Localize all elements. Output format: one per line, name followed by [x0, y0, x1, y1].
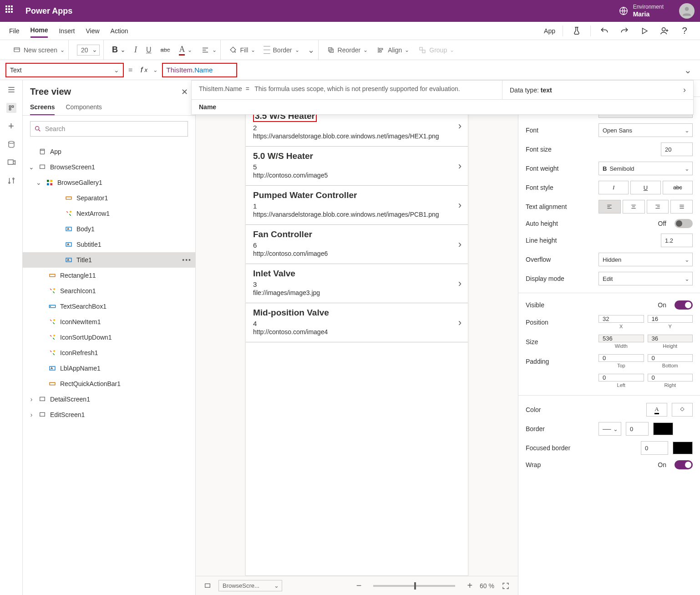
prop-font-select[interactable]: Open Sans [599, 123, 693, 137]
more-format-button[interactable]: ⌄ [308, 45, 314, 55]
gallery-item[interactable]: Inlet Valve 3 file://images/image3.jpg › [246, 264, 468, 303]
fontstyle-italic[interactable]: I [599, 181, 629, 194]
tree-node-iconsort[interactable]: IconSortUpDown1 [23, 330, 195, 345]
gallery-item[interactable]: 5.0 W/S Heater 5 http://contoso.com/imag… [246, 147, 468, 186]
new-screen-button[interactable]: New screen⌄ [13, 46, 65, 54]
tree-node-iconrefresh[interactable]: IconRefresh1 [23, 345, 195, 361]
rail-data-icon[interactable] [6, 139, 16, 149]
align-center[interactable] [623, 200, 645, 214]
fx-icon[interactable]: fx ⌄ [137, 66, 157, 75]
prop-displaymode-select[interactable]: Edit [599, 272, 693, 285]
border-button[interactable]: ──────Border⌄ [264, 45, 299, 56]
tree-node-browse-gallery[interactable]: ⌄BrowseGallery1 [23, 175, 195, 190]
underline-button[interactable]: U [146, 46, 152, 54]
tree-node-title[interactable]: Title1••• [23, 252, 195, 268]
tree-node-nextarrow[interactable]: NextArrow1 [23, 206, 195, 221]
formula-expand-icon[interactable]: ⌄ [681, 63, 695, 77]
rail-insert-icon[interactable]: + [6, 121, 16, 131]
zoom-out-button[interactable]: − [356, 580, 362, 591]
border-style-select[interactable]: ── [599, 422, 621, 436]
chevron-right-icon[interactable]: › [458, 199, 462, 211]
text-align-button[interactable]: ⌄ [201, 46, 217, 54]
align-justify[interactable] [670, 200, 693, 214]
tree-node-iconnewitem[interactable]: IconNewItem1 [23, 314, 195, 330]
prop-pad-left-input[interactable]: 0 [599, 374, 644, 381]
screen-selector[interactable]: BrowseScre... [218, 580, 282, 591]
tooltip-next-icon[interactable]: › [683, 85, 686, 95]
tree-node-subtitle[interactable]: Subtitle1 [23, 237, 195, 252]
menu-view[interactable]: View [86, 25, 99, 37]
rail-hamburger-icon[interactable] [6, 85, 16, 95]
align-right[interactable] [647, 200, 669, 214]
item-title[interactable]: 5.0 W/S Heater [253, 151, 461, 161]
chevron-right-icon[interactable]: › [458, 239, 462, 250]
group-button[interactable]: Group⌄ [418, 46, 454, 54]
chevron-right-icon[interactable]: › [458, 120, 462, 132]
share-icon[interactable] [658, 25, 671, 37]
item-title[interactable]: Pumped Water Controller [253, 190, 461, 200]
reorder-button[interactable]: Reorder⌄ [327, 46, 368, 54]
undo-icon[interactable] [598, 25, 611, 37]
prop-pad-bottom-input[interactable]: 0 [648, 354, 693, 362]
wrap-toggle[interactable] [675, 460, 693, 469]
strikethrough-button[interactable]: abc [160, 46, 170, 53]
tree-node-textsearchbox[interactable]: TextSearchBox1 [23, 299, 195, 314]
chevron-right-icon[interactable]: › [458, 160, 462, 172]
color-fill-button[interactable] [672, 403, 693, 417]
color-font-button[interactable]: A [646, 403, 667, 417]
rail-settings-icon[interactable] [6, 176, 16, 186]
tree-node-lblappname[interactable]: LblAppName1 [23, 361, 195, 376]
redo-icon[interactable] [618, 25, 631, 37]
item-title[interactable]: Inlet Valve [253, 269, 461, 279]
fit-to-window-icon[interactable] [502, 582, 510, 590]
play-icon[interactable] [638, 25, 651, 37]
environment-switcher[interactable]: Environment Maria [619, 3, 695, 19]
gallery-item[interactable]: Pumped Water Controller 1 https://vanars… [246, 186, 468, 225]
tree-search-input[interactable]: Search [30, 121, 188, 137]
chevron-right-icon[interactable]: › [458, 317, 462, 329]
prop-fontweight-select[interactable]: BSemibold [599, 162, 693, 175]
zoom-slider[interactable] [373, 585, 455, 587]
font-size-select[interactable]: 20 [77, 45, 100, 56]
prop-pad-top-input[interactable]: 0 [599, 354, 644, 362]
help-icon[interactable]: ? [678, 25, 691, 37]
prop-overflow-select[interactable]: Hidden [599, 253, 693, 266]
phone-preview[interactable]: Search items 3.5 W/S Heater 2 https://va… [245, 84, 468, 576]
tree-node-separator[interactable]: Separator1 [23, 190, 195, 206]
prop-y-input[interactable]: 16 [648, 315, 693, 323]
menu-insert[interactable]: Insert [59, 25, 75, 37]
tree-tab-screens[interactable]: Screens [30, 100, 55, 115]
menu-file[interactable]: File [9, 25, 20, 37]
bold-button[interactable]: B ⌄ [112, 45, 125, 55]
prop-lineheight-input[interactable]: 1.2 [661, 234, 693, 247]
app-checker-icon[interactable] [570, 25, 583, 37]
focused-border-width-input[interactable]: 0 [641, 441, 668, 455]
fontstyle-underline[interactable]: U [630, 181, 660, 194]
tree-node-detail-screen[interactable]: ›DetailScreen1 [23, 392, 195, 407]
border-color-swatch[interactable] [653, 422, 673, 435]
property-selector[interactable]: Text [5, 63, 124, 77]
tree-node-searchicon[interactable]: SearchIcon1 [23, 283, 195, 299]
user-avatar[interactable] [679, 3, 695, 19]
prop-fontsize-input[interactable]: 20 [661, 142, 693, 156]
prop-height-input[interactable]: 36 [648, 335, 693, 342]
fontstyle-strike[interactable]: abc [663, 181, 693, 194]
gallery-item[interactable]: Fan Controller 6 http://contoso.com/imag… [246, 225, 468, 264]
chevron-right-icon[interactable]: › [458, 278, 462, 290]
tree-node-app[interactable]: App [23, 144, 195, 159]
tree-node-browse-screen[interactable]: ⌄BrowseScreen1 [23, 159, 195, 175]
tree-node-rectangle[interactable]: Rectangle11 [23, 268, 195, 283]
autoheight-toggle[interactable] [675, 219, 693, 228]
italic-button[interactable]: I [134, 45, 137, 55]
item-title[interactable]: Fan Controller [253, 229, 461, 239]
zoom-in-button[interactable]: + [467, 580, 472, 591]
prop-width-input[interactable]: 536 [599, 335, 644, 342]
tree-node-body[interactable]: Body1 [23, 221, 195, 237]
tree-node-rectquickaction[interactable]: RectQuickActionBar1 [23, 376, 195, 392]
tree-node-edit-screen[interactable]: ›EditScreen1 [23, 407, 195, 422]
prop-pad-right-input[interactable]: 0 [648, 374, 693, 381]
tree-node-more-icon[interactable]: ••• [182, 256, 192, 264]
rail-media-icon[interactable] [6, 158, 16, 168]
visible-toggle[interactable] [675, 300, 693, 310]
gallery-item[interactable]: Mid-position Valve 4 http://contoso.com/… [246, 303, 468, 342]
